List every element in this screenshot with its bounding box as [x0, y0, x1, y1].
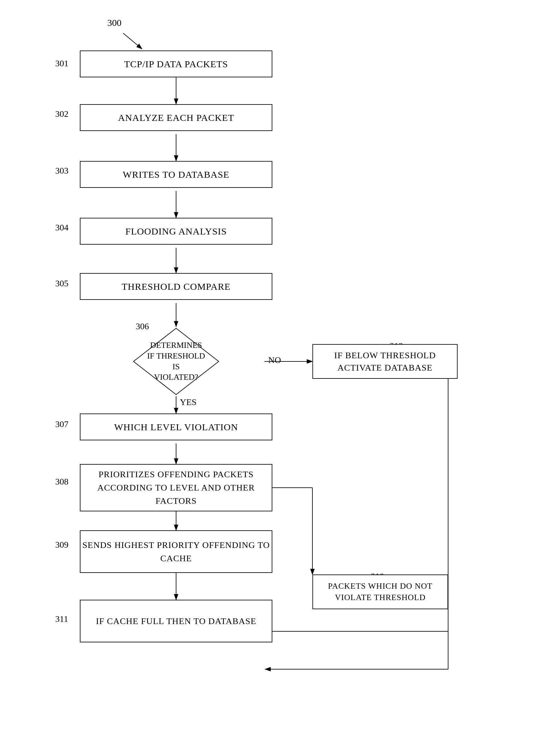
diagram-container: 300 301 TCP/IP DATA PACKETS 302 ANALYZE …	[0, 0, 545, 756]
box-308: PRIORITIZES OFFENDING PACKETS ACCORDING …	[80, 464, 272, 511]
diamond-306-text: DETERMINESIF THRESHOLD ISVIOLATED?	[145, 340, 208, 383]
box-302: ANALYZE EACH PACKET	[80, 104, 272, 131]
label-no: NO	[268, 355, 281, 365]
box-312: IF BELOW THRESHOLD ACTIVATE DATABASE	[312, 344, 458, 379]
box-311: IF CACHE FULL THEN TO DATABASE	[80, 600, 272, 642]
box-310: PACKETS WHICH DO NOT VIOLATE THRESHOLD	[312, 574, 448, 609]
label-300: 300	[107, 17, 121, 28]
svg-line-1	[123, 33, 142, 49]
label-309: 309	[55, 540, 68, 550]
label-307: 307	[55, 419, 68, 429]
label-301: 301	[55, 58, 68, 68]
box-305: THRESHOLD COMPARE	[80, 273, 272, 300]
label-308: 308	[55, 477, 68, 487]
box-301: TCP/IP DATA PACKETS	[80, 51, 272, 77]
label-yes: YES	[180, 397, 197, 407]
box-303: WRITES TO DATABASE	[80, 161, 272, 188]
box-307: WHICH LEVEL VIOLATION	[80, 414, 272, 440]
diamond-306: DETERMINESIF THRESHOLD ISVIOLATED?	[132, 327, 220, 396]
box-304: FLOODING ANALYSIS	[80, 218, 272, 245]
label-303: 303	[55, 166, 68, 176]
label-304: 304	[55, 223, 68, 233]
label-305: 305	[55, 278, 68, 289]
label-302: 302	[55, 109, 68, 119]
box-309: SENDS HIGHEST PRIORITY OFFENDING TO CACH…	[80, 530, 272, 573]
label-311: 311	[55, 614, 68, 624]
